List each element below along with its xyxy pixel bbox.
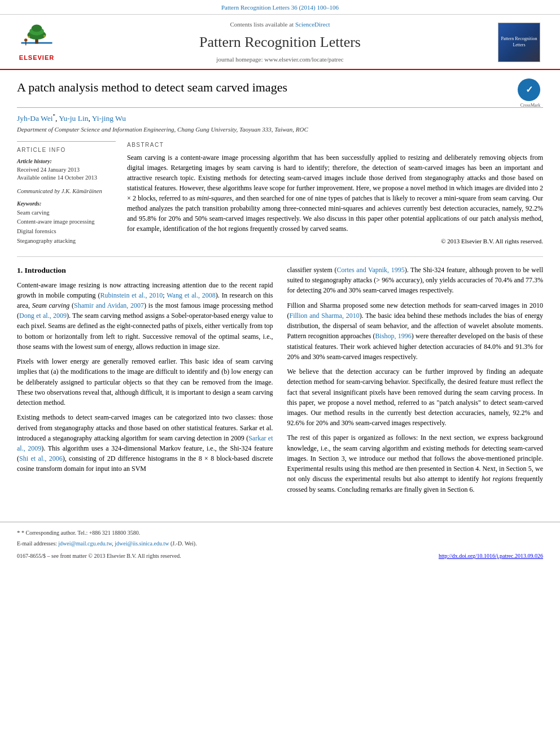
communicated-by: Communicated by J.K. Kämäräinen [17,187,116,195]
keyword-3: Digital forensics [17,227,116,237]
article-info-col: ARTICLE INFO Article history: Received 2… [17,141,116,246]
intro-para-2: Pixels with lower energy are generally r… [17,356,273,408]
svg-point-4 [32,25,42,32]
journal-citation: Pattern Recognition Letters 36 (2014) 10… [221,4,339,11]
affiliation: Department of Computer Science and Infor… [17,125,543,134]
abstract-heading: ABSTRACT [127,141,543,150]
intro-para-7: The rest of this paper is organized as f… [287,433,544,494]
ref-wang[interactable]: Wang et al., 2008 [167,291,216,299]
journal-header: ELSEVIER Contents lists available at Sci… [0,15,560,70]
sciencedirect-link[interactable]: ScienceDirect [295,21,330,28]
main-content: A patch analysis method to detect seam c… [0,70,560,510]
journal-cover-title: Pattern Recognition Letters [498,34,540,50]
page-footer: * * Corresponding author. Tel.: +886 321… [0,522,560,566]
abstract-col: ABSTRACT Seam carving is a content-aware… [127,141,543,246]
crossmark-badge: ✓ CrossMark [518,78,543,104]
journal-title-section: Contents lists available at ScienceDirec… [62,20,498,64]
keyword-4: Steganography attacking [17,237,116,246]
article-title-section: A patch analysis method to detect seam c… [17,78,543,108]
author-wei[interactable]: Jyh-Da Wei [17,113,53,122]
page-wrapper: Pattern Recognition Letters 36 (2014) 10… [0,0,560,747]
intro-para-5: Fillion and Sharma proposed some new det… [287,300,544,362]
ref-fillion[interactable]: Fillion and Sharma, 2010 [290,312,360,320]
email-link-2[interactable]: jdwei@iis.sinica.edu.tw [115,540,169,547]
author-wu[interactable]: Yi-jing Wu [92,113,126,122]
footnote-email: E-mail addresses: jdwei@mail.cgu.edu.tw,… [17,539,543,548]
body-col-right: classifier system (Cortes and Vapnik, 19… [287,265,544,499]
intro-para-1: Content-aware image resizing is now attr… [17,280,273,352]
keywords-section: Keywords: Seam carving Content-aware ima… [17,200,116,246]
svg-point-5 [24,39,28,42]
ref-cortes[interactable]: Cortes and Vapnik, 1995 [336,266,404,274]
crossmark-icon: ✓ [518,78,540,101]
article-title: A patch analysis method to detect seam c… [17,78,512,97]
article-info-abstract: ARTICLE INFO Article history: Received 2… [17,141,543,246]
article-info-heading: ARTICLE INFO [17,146,116,155]
footer-bottom: 0167-8655/$ – see front matter © 2013 El… [17,552,543,561]
keywords-list: Seam carving Content-aware image process… [17,208,116,246]
journal-title: Pattern Recognition Letters [62,32,498,53]
email-link-1[interactable]: jdwei@mail.cgu.edu.tw [58,540,112,547]
article-history-block: Article history: Received 24 January 201… [17,158,116,182]
article-info-box: ARTICLE INFO Article history: Received 2… [17,141,116,246]
abstract-text: Seam carving is a content-aware image pr… [127,152,543,234]
keyword-1: Seam carving [17,208,116,218]
abstract-copyright: © 2013 Elsevier B.V. All rights reserved… [127,237,543,246]
elsevier-logo-section: ELSEVIER [11,21,62,63]
body-text-section: 1. Introduction Content-aware image resi… [17,265,543,499]
elsevier-wordmark: ELSEVIER [19,54,54,63]
ref-dong[interactable]: Dong et al., 2009 [19,312,67,320]
author-lin[interactable]: Yu-ju Lin [59,113,88,122]
journal-cover-section: Pattern Recognition Letters [498,23,549,62]
ref-shi[interactable]: Shi et al., 2006 [19,455,63,462]
doi-link[interactable]: http://dx.doi.org/10.1016/j.patrec.2013.… [439,553,543,559]
ref-rubinstein[interactable]: Rubinstein et al., 2010 [100,291,163,299]
crossmark-label: CrossMark [518,102,543,109]
svg-point-7 [28,36,30,38]
footnote-star: * * Corresponding author. Tel.: +886 321… [17,528,543,538]
authors-line: Jyh-Da Wei*, Yu-ju Lin, Yi-jing Wu [17,112,543,124]
available-date: Available online 14 October 2013 [17,174,116,182]
section-1-heading: 1. Introduction [17,265,273,276]
journal-cover-image: Pattern Recognition Letters [498,23,540,62]
section-divider [17,256,543,257]
intro-para-4: classifier system (Cortes and Vapnik, 19… [287,265,544,296]
elsevier-tree-icon [17,21,56,53]
footer-doi: http://dx.doi.org/10.1016/j.patrec.2013.… [439,552,543,561]
top-bar: Pattern Recognition Letters 36 (2014) 10… [0,0,560,15]
footer-copyright: 0167-8655/$ – see front matter © 2013 El… [17,552,181,561]
intro-para-3: Existing methods to detect seam-carved i… [17,412,273,474]
intro-para-6: We believe that the detection accuracy c… [287,366,544,428]
history-label: Article history: [17,158,116,166]
body-col-left: 1. Introduction Content-aware image resi… [17,265,273,499]
elsevier-logo: ELSEVIER [11,21,62,63]
svg-point-8 [43,35,46,37]
keyword-2: Content-aware image processing [17,217,116,227]
ref-shamir[interactable]: Shamir and Avidan, 2007 [74,302,144,309]
sciencedirect-text: Contents lists available at ScienceDirec… [62,20,498,29]
ref-bishop[interactable]: Bishop, 1996 [375,332,412,340]
keywords-label: Keywords: [17,200,116,208]
received-date: Received 24 January 2013 [17,166,116,174]
journal-homepage: journal homepage: www.elsevier.com/locat… [62,55,498,64]
ref-sarkar[interactable]: Sarkar et al., 2009 [17,434,273,452]
abstract-section: ABSTRACT Seam carving is a content-aware… [127,141,543,246]
